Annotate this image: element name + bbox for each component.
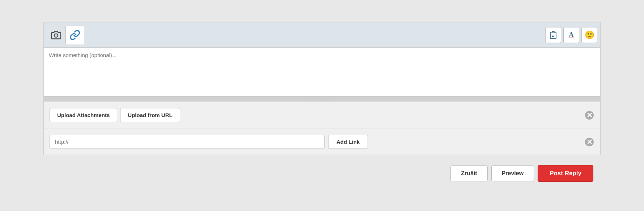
link-button[interactable] [65, 26, 84, 44]
close-url-icon: ✕ [585, 138, 594, 146]
text-area-section [44, 48, 600, 96]
toolbar: A 🙂 [44, 22, 600, 48]
clipboard-icon [549, 31, 558, 39]
link-icon [69, 30, 80, 40]
font-button[interactable]: A [563, 27, 579, 43]
camera-button[interactable] [47, 26, 65, 44]
resize-handle[interactable]: ············ [44, 96, 600, 101]
preview-button[interactable]: Preview [491, 165, 534, 181]
editor-container: A 🙂 ············ Upload Attachments Uplo… [43, 22, 601, 155]
cancel-button[interactable]: Zrušit [450, 165, 487, 181]
url-input[interactable] [50, 135, 325, 149]
camera-icon [51, 30, 61, 40]
svg-point-0 [54, 34, 58, 37]
close-attachment-section-button[interactable]: ✕ [584, 110, 594, 120]
svg-rect-1 [552, 31, 554, 33]
font-icon: A [569, 31, 574, 39]
upload-from-url-button[interactable]: Upload from URL [120, 108, 180, 122]
url-section: Add Link ✕ [44, 129, 600, 155]
post-reply-button[interactable]: Post Reply [538, 165, 593, 182]
emoji-icon: 🙂 [585, 30, 594, 40]
bottom-bar: Zrušit Preview Post Reply [43, 158, 601, 189]
close-url-section-button[interactable]: ✕ [584, 137, 594, 147]
emoji-button[interactable]: 🙂 [581, 27, 597, 43]
add-link-button[interactable]: Add Link [328, 135, 368, 149]
attachment-section: Upload Attachments Upload from URL ✕ [44, 101, 600, 129]
post-textarea[interactable] [44, 48, 600, 95]
upload-attachments-button[interactable]: Upload Attachments [50, 108, 117, 122]
clipboard-button[interactable] [545, 27, 561, 43]
resize-dots: ············ [309, 96, 335, 101]
close-icon: ✕ [585, 111, 594, 120]
